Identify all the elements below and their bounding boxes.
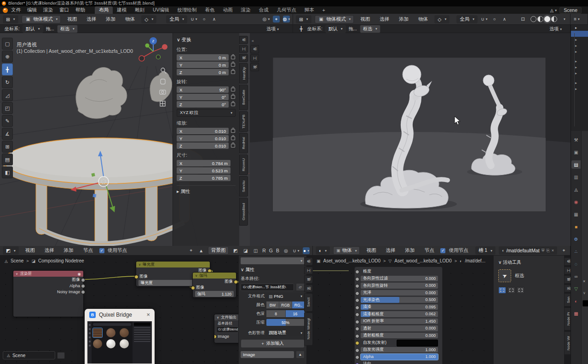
folder-icon[interactable]: ▱ bbox=[296, 283, 305, 291]
socket-dot[interactable] bbox=[355, 363, 359, 364]
menu-select[interactable]: 选择 bbox=[83, 16, 99, 23]
app-menu-item[interactable]: 帮助 bbox=[72, 7, 88, 13]
add-input-button[interactable]: +添加输入 bbox=[241, 339, 305, 348]
socket-dot[interactable] bbox=[355, 327, 359, 331]
image-slot-field[interactable]: Image bbox=[241, 351, 294, 358]
viewport-tool-button[interactable]: ◿ bbox=[2, 89, 13, 101]
asset-thumb[interactable] bbox=[106, 328, 115, 337]
sidebar-tab[interactable]: 工 bbox=[304, 267, 313, 275]
sidebar-tab[interactable]: 工 bbox=[564, 267, 571, 275]
properties-tab[interactable]: ∞ bbox=[572, 272, 580, 280]
menu-object[interactable]: 物体 bbox=[415, 16, 431, 23]
viewport-tool-button[interactable]: ↻ bbox=[2, 76, 13, 88]
sidebar-tab[interactable]: 视 bbox=[250, 63, 259, 71]
outliner-row[interactable] bbox=[571, 37, 588, 43]
material-property-row[interactable]: 法向 bbox=[361, 361, 438, 364]
quixel-bridge-window[interactable]: B Quixel Bridge × bbox=[85, 309, 155, 364]
item-properties-collapsed[interactable]: ▸ 属性 bbox=[177, 185, 236, 195]
menu-add[interactable]: 添加 bbox=[103, 16, 119, 23]
node-file-output[interactable]: ∨文件输出 基本路径 G:\虎课blender Image bbox=[214, 314, 241, 343]
viewport-3d-left[interactable]: Z 用户透视 (1) Collection | Aset_wood_other_… bbox=[0, 33, 250, 246]
material-property-row[interactable]: 清漆 0.095 bbox=[361, 304, 438, 310]
toolbar-collapse-chevron[interactable]: « bbox=[252, 39, 254, 43]
location-field[interactable]: X0 m bbox=[177, 54, 229, 61]
socket-dot[interactable] bbox=[81, 284, 85, 288]
lock-icon[interactable] bbox=[231, 136, 235, 140]
sidebar-tab[interactable]: 工 bbox=[250, 54, 259, 63]
sidebar-tab[interactable]: 视 bbox=[304, 275, 313, 284]
workspace-tab[interactable]: 几何节点 bbox=[273, 6, 300, 14]
sidebar-tab[interactable]: 条 bbox=[304, 257, 313, 266]
socket-dot[interactable] bbox=[355, 277, 359, 281]
dimension-field[interactable]: X0.784 m bbox=[177, 160, 231, 166]
rotation-field[interactable]: Z0° bbox=[177, 101, 229, 108]
asset-thumb[interactable] bbox=[120, 328, 129, 337]
blender-logo-icon[interactable] bbox=[3, 8, 8, 13]
scene-datablock-chip[interactable]: ◬ Scene bbox=[3, 351, 55, 359]
drag-dropdown[interactable]: 框选 bbox=[57, 25, 78, 33]
editor-type-button[interactable]: ⊞ bbox=[3, 15, 18, 23]
close-icon[interactable]: × bbox=[583, 279, 585, 284]
close-icon[interactable]: × bbox=[146, 311, 150, 318]
viewport-tool-button[interactable]: ╋ bbox=[2, 63, 13, 75]
lock-icon[interactable] bbox=[231, 63, 235, 67]
material-property-row[interactable]: 透射粗糙度 0.000 bbox=[361, 333, 438, 339]
outliner-row[interactable] bbox=[571, 86, 588, 92]
top-dropdown[interactable] bbox=[241, 257, 305, 264]
sidebar-tab[interactable]: Sanct bbox=[304, 293, 313, 312]
socket-dot[interactable] bbox=[355, 298, 359, 302]
sidebar-tab[interactable]: 条 bbox=[239, 36, 248, 44]
sidebar-tab[interactable]: 条 bbox=[564, 257, 571, 266]
asset-thumb[interactable] bbox=[93, 339, 102, 348]
properties-panel-header[interactable]: ∨ 属性 bbox=[241, 267, 305, 273]
socket-dot[interactable] bbox=[355, 334, 359, 338]
sidebar-tab[interactable]: 视 bbox=[564, 275, 571, 284]
color-depth-option[interactable]: 8 bbox=[266, 310, 286, 317]
workspace-tab[interactable]: 纹理绘制 bbox=[173, 6, 201, 14]
properties-tab[interactable]: ▩ bbox=[572, 309, 580, 318]
socket-dot[interactable] bbox=[355, 270, 359, 274]
lock-icon[interactable] bbox=[231, 56, 235, 59]
properties-tab[interactable]: ◬ bbox=[572, 185, 580, 193]
asset-thumb[interactable] bbox=[120, 339, 129, 348]
properties-tab[interactable]: ⚒ bbox=[572, 136, 580, 144]
properties-tab[interactable]: ◐ bbox=[572, 297, 580, 305]
socket-dot[interactable] bbox=[355, 348, 359, 353]
socket-dot[interactable] bbox=[214, 335, 217, 339]
outliner-display-mode-icon[interactable]: ≡ bbox=[573, 16, 580, 23]
workspace-tab[interactable]: UV编辑 bbox=[149, 6, 173, 14]
node-input-socket[interactable]: 图像 bbox=[193, 284, 236, 290]
material-property-row[interactable]: Alpha 1.000 bbox=[361, 354, 438, 360]
material-property-row[interactable]: 各向异性旋转 0.000 bbox=[361, 283, 438, 289]
sidebar-tab[interactable]: RizomU bbox=[239, 154, 248, 175]
asset-thumb-selected[interactable] bbox=[93, 328, 102, 337]
color-depth-option[interactable]: 16 bbox=[286, 310, 305, 317]
sidebar-tab[interactable]: 选 bbox=[304, 284, 313, 293]
interaction-dropdown[interactable]: ◇ bbox=[141, 15, 156, 23]
node-principled-bsdf[interactable]: 糙度 各向异性过滤 0.000 各向异性旋转 0.000 bbox=[354, 267, 443, 364]
lock-icon[interactable] bbox=[231, 88, 235, 91]
rotation-mode-dropdown[interactable]: XYZ 欧拉 bbox=[177, 109, 236, 117]
gamma-value-slider[interactable]: 伽玛1.120 bbox=[195, 291, 234, 297]
workspace-tab[interactable]: 着色 bbox=[201, 6, 219, 14]
material-property-row[interactable]: 光泽染色 0.500 bbox=[361, 297, 438, 303]
transform-panel-header[interactable]: ∨ 变换 bbox=[177, 37, 236, 43]
properties-tab[interactable]: ▥ bbox=[572, 173, 580, 181]
base-path-field[interactable]: G:\虎课blender bbox=[216, 326, 238, 333]
node-output-socket[interactable]: 图像 bbox=[193, 279, 236, 284]
menu-view[interactable]: 视图 bbox=[357, 16, 373, 23]
node-input-socket[interactable]: Image bbox=[214, 333, 240, 339]
socket-dot[interactable] bbox=[355, 320, 359, 324]
mode-dropdown[interactable]: ▣物体模式 bbox=[315, 15, 354, 23]
color-mode-option[interactable]: RG.. bbox=[292, 301, 305, 308]
outliner-row[interactable] bbox=[571, 25, 588, 31]
sidebar-tab[interactable]: 条 bbox=[250, 45, 259, 53]
rotation-field[interactable]: Y0° bbox=[177, 94, 229, 100]
small-toggle-button[interactable] bbox=[57, 352, 65, 359]
shading-solid-icon[interactable] bbox=[537, 16, 543, 22]
workspace-tab[interactable]: + bbox=[318, 7, 329, 13]
workspace-tab[interactable]: 建模 bbox=[113, 6, 131, 14]
app-menu-item[interactable]: 文件 bbox=[8, 7, 24, 13]
sidebar-tab[interactable]: RedHal bbox=[239, 133, 248, 154]
properties-tab[interactable]: ∴ bbox=[572, 247, 580, 256]
